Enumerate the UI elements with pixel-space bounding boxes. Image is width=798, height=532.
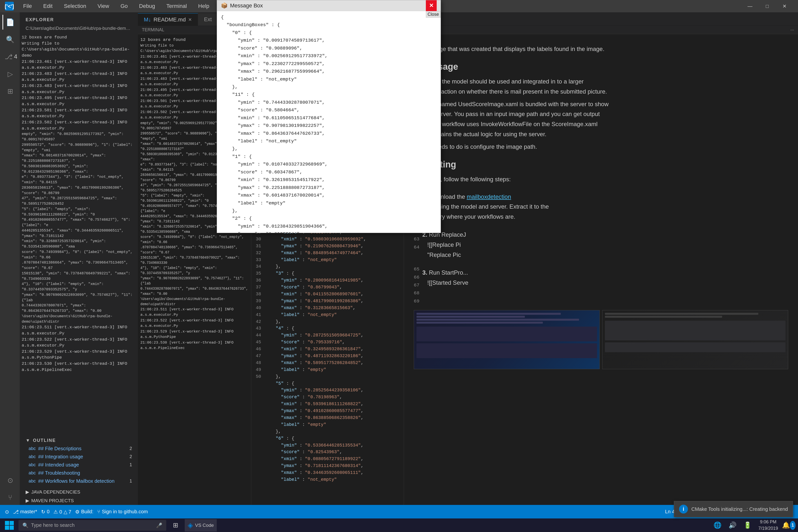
taskbar-clock[interactable]: 9:06 PM 7/19/2019 (756, 519, 780, 531)
message-box[interactable]: 📦 Message Box ✕ Close { "boundingBoxes" … (217, 0, 441, 233)
extensions-icon: ⊞ (7, 87, 13, 95)
title-bar-buttons: — □ ✕ (741, 0, 793, 12)
taskbar-volume-icon[interactable]: 🔊 (726, 518, 739, 532)
sidebar-header: EXPLORER (20, 12, 138, 25)
message-box-icon: 📦 (221, 2, 228, 9)
msg-line: }, (217, 207, 441, 215)
more-options-icon[interactable]: ··· (790, 27, 794, 33)
readme-intro: ay an image that was created that displa… (414, 44, 788, 54)
outline-item-count: 1 (130, 478, 132, 484)
outline-item-file-descriptions[interactable]: abc ## File Descriptions 2 (20, 444, 138, 453)
vscode-app-label: VS Code (195, 522, 214, 528)
status-language[interactable]: Markdown (756, 509, 779, 514)
java-dependencies-section[interactable]: ▶ JAVA DEPENDENCIES (20, 488, 138, 496)
terminal-line: 15015138", "ymin": "0.7378487604979922",… (140, 255, 248, 266)
status-build[interactable]: ⚙ Build: (75, 509, 93, 515)
outline-item-intended[interactable]: abc ## Intended usage 1 (20, 461, 138, 469)
spaces-text: Spaces: 4 (696, 509, 718, 514)
taskbar-vscode-app[interactable]: ◈ VS Code (185, 519, 217, 532)
vscode-icon: ◈ (188, 521, 193, 529)
menu-terminal[interactable]: Terminal (164, 2, 189, 10)
status-branch[interactable]: ⎇ master* (13, 509, 37, 515)
message-box-close-button[interactable]: ✕ (426, 0, 437, 11)
menu-help[interactable]: Help (196, 2, 211, 10)
window-close-button[interactable]: ✕ (776, 0, 793, 12)
sidebar-item-github[interactable]: ⑂ (2, 490, 17, 505)
msg-line: { (217, 14, 441, 21)
minimize-button[interactable]: — (741, 0, 759, 12)
start-button[interactable] (2, 518, 16, 532)
notification-badge: 1 (790, 521, 796, 530)
sidebar-item-remote[interactable]: ⊙ (2, 473, 17, 488)
status-alerts[interactable]: ⚠ 0 △ 7 (54, 509, 71, 515)
taskbar-notification-icon[interactable]: 🔔 1 (782, 518, 796, 532)
menu-selection[interactable]: Selection (62, 2, 88, 10)
readme-screenshots (414, 310, 788, 369)
status-remote[interactable]: ⊙ (5, 509, 9, 515)
zip-link[interactable]: mailboxdetection (467, 193, 511, 200)
terminal-line: 21:06:23.530 [vert.x-worker-thread-3] IN… (140, 340, 248, 351)
status-spaces[interactable]: Spaces: 4 (696, 509, 718, 514)
menu-edit[interactable]: Edit (41, 2, 54, 10)
chevron-right-icon: ▶ (25, 489, 29, 495)
status-line-col[interactable]: Ln 49, Col 1 (665, 509, 691, 514)
taskbar-task-view[interactable]: ⊞ (169, 518, 182, 532)
svg-rect-3 (10, 521, 14, 525)
search-icon: 🔍 (22, 522, 28, 528)
taskbar: 🔍 Type here to search 🎤 ⊞ ◈ VS Code 🌐 🔊 … (0, 518, 798, 532)
outline-item-troubleshooting[interactable]: abc ## Troubleshooting (20, 469, 138, 477)
outline-item-icon: abc (28, 454, 36, 459)
status-line-ending[interactable]: CRLF (739, 509, 752, 514)
menu-go[interactable]: Go (118, 2, 130, 10)
maven-projects-section[interactable]: ▶ MAVEN PROJECTS (20, 496, 138, 505)
taskbar-network-icon[interactable]: 🌐 (711, 518, 724, 532)
status-encoding[interactable]: UTF-8 (721, 509, 736, 514)
sidebar-item-debug[interactable]: ▷ (2, 66, 17, 81)
terminal-line: 4446285135534", "xmax": "0.3444635926080… (22, 228, 136, 239)
terminal-line: "0.58030106083953692", "ymin": "0.012384… (22, 164, 136, 175)
terminal-line: 4"}, "10": {"label": "empty", "xmin": "0… (140, 266, 248, 276)
terminal-line: 47", "ymin": "0.28725515059684725", "xma… (22, 196, 136, 207)
msg-line: "ymin" : "0.00917074589713617", (217, 37, 441, 44)
network-icon: 🌐 (714, 521, 721, 529)
status-github-signin[interactable]: ⑂ Sign in to github.com (97, 509, 148, 514)
outline-item-label: ## Workflows for Mailbox detection (38, 478, 127, 484)
outline-item-label: ## Intended usage (38, 462, 127, 468)
sidebar-item-search[interactable]: 🔍 (2, 32, 17, 47)
outline-item-icon: abc (28, 478, 36, 484)
tab-readme[interactable]: M↓ README.md ✕ (138, 13, 198, 25)
outline-item-integration[interactable]: abc ## Integration usage 2 (20, 453, 138, 461)
terminal-line: empty", "xmin": "0.00259691295177392", "… (22, 132, 136, 142)
msg-line: "ymin" : "0.012384329851904366", (217, 223, 441, 230)
right-editor-pane: README.md ··· ay an image that was creat… (404, 26, 798, 505)
taskbar-search-box[interactable]: 🔍 Type here to search 🎤 (18, 520, 166, 531)
menu-debug[interactable]: Debug (137, 2, 157, 10)
tab-label: README.md (153, 17, 186, 23)
outline-header[interactable]: ▼ OUTLINE (20, 436, 138, 444)
step-line-numbers: 65 66 67 68 69 (414, 265, 419, 305)
message-box-title-left: 📦 Message Box (221, 2, 263, 9)
outline-item-workflows[interactable]: abc ## Workflows for Mailbox detection 1 (20, 477, 138, 485)
sidebar-item-source-control[interactable]: ⎇ (2, 49, 14, 64)
outline-item-label: ## File Descriptions (38, 446, 127, 452)
maximize-button[interactable]: □ (759, 0, 776, 12)
menu-view[interactable]: View (96, 2, 111, 10)
menu-file[interactable]: File (21, 2, 34, 10)
msg-line: "0" : { (217, 29, 441, 37)
sidebar-item-extensions[interactable]: ⊞ (2, 84, 17, 98)
tab-close-button[interactable]: ✕ (188, 17, 192, 22)
taskbar-battery-icon[interactable]: 🔋 (741, 518, 755, 532)
sidebar-item-explorer[interactable]: 📄 (2, 15, 17, 30)
status-bell[interactable]: 🔔 8 (783, 509, 793, 515)
task-view-icon: ⊞ (173, 521, 178, 529)
encoding-text: UTF-8 (721, 509, 736, 514)
msg-line: "score" : "0.90889096", (217, 44, 441, 52)
terminal-line: 15015138", "ymin": "0.73784876049799221"… (22, 271, 136, 282)
msg-line: "ymin" : "0.010740332732968969", (217, 160, 441, 168)
msg-line: "ymax" : "0.90798130199822257", (217, 122, 441, 130)
tab-ext[interactable]: Ext (198, 13, 218, 25)
status-sync[interactable]: ↻ 0 (41, 509, 50, 515)
notification-icon: 🔔 (782, 521, 790, 529)
message-box-content[interactable]: { "boundingBoxes" : { "0" : { "ymin" : "… (217, 11, 441, 233)
status-bar-right: Ln 49, Col 1 Spaces: 4 UTF-8 CRLF Markdo… (665, 509, 793, 515)
